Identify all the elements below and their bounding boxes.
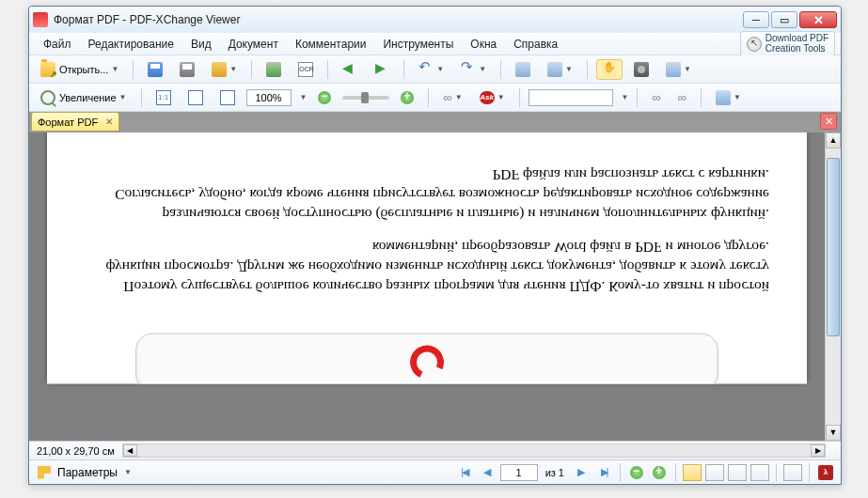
nav-forward-button[interactable] <box>369 59 395 80</box>
forward-icon <box>653 466 666 479</box>
export-icon <box>515 62 530 77</box>
zoom-label: Увеличение <box>59 92 117 103</box>
params-dropdown[interactable]: ▼ <box>124 468 132 476</box>
menu-view[interactable]: Вид <box>182 35 220 54</box>
scroll-up-button[interactable]: ▲ <box>826 132 841 148</box>
separator <box>519 88 520 107</box>
layout-facing-button[interactable] <box>728 464 747 481</box>
close-button[interactable]: ✕ <box>799 11 837 28</box>
nav-back-button[interactable] <box>337 59 363 80</box>
layout-continuous-button[interactable] <box>705 464 724 481</box>
scroll-track[interactable] <box>826 148 841 425</box>
link-icon: ∞ <box>443 90 451 104</box>
nav-forward-history-button[interactable] <box>650 463 669 482</box>
snapshot-tool-button[interactable] <box>628 59 655 80</box>
pdf-icon: λ <box>818 465 833 480</box>
redo-icon <box>461 62 476 77</box>
first-page-button[interactable] <box>455 463 474 482</box>
zoom-tool-button[interactable]: Увеличение ▼ <box>35 87 133 108</box>
rotate-view-button[interactable] <box>783 464 802 481</box>
magnifier-icon <box>40 90 55 105</box>
status-bar-size: 21,00 x 29,70 см ◀ ▶ <box>29 441 841 459</box>
pdf-page[interactable]: Поэтому существует большое количество ра… <box>47 132 807 384</box>
scroll-down-button[interactable]: ▼ <box>826 425 841 441</box>
select-icon <box>666 62 681 77</box>
scroll-right-button[interactable]: ▶ <box>811 444 825 457</box>
scan-button[interactable] <box>260 59 287 80</box>
highlight-button[interactable]: ▼ <box>710 87 747 108</box>
print-icon <box>180 62 195 77</box>
layout-facing-continuous-button[interactable] <box>750 464 769 481</box>
find-prev-button[interactable]: ∞ <box>646 87 666 108</box>
zoom-slider[interactable] <box>342 96 389 100</box>
undo-button[interactable]: ▼ <box>413 59 450 80</box>
bookmark-button[interactable] <box>35 463 54 482</box>
ocr-button[interactable]: OCR <box>292 59 319 80</box>
separator <box>500 60 501 79</box>
prev-page-button[interactable] <box>478 463 497 482</box>
window-title: Формат PDF - PDF-XChange Viewer <box>54 13 741 26</box>
next-page-button[interactable] <box>572 463 591 482</box>
save-button[interactable] <box>142 59 168 80</box>
dropdown-icon: ▼ <box>111 65 118 73</box>
layout-single-button[interactable] <box>683 464 702 481</box>
separator <box>251 60 252 79</box>
zoom-out-button[interactable] <box>312 87 337 108</box>
logo-box <box>135 334 718 384</box>
page-number-input[interactable] <box>500 464 538 481</box>
link-tool-button[interactable]: ∞▼ <box>437 87 467 108</box>
document-tab[interactable]: Формат PDF ✕ <box>31 112 119 131</box>
menu-document[interactable]: Документ <box>220 35 287 54</box>
find-next-button[interactable]: ∞ <box>672 87 692 108</box>
save-icon <box>148 62 163 77</box>
last-page-button[interactable] <box>594 463 613 482</box>
search-input[interactable] <box>529 89 613 106</box>
download-pdf-tools-button[interactable]: Download PDFCreation Tools <box>740 31 835 56</box>
menu-comments[interactable]: Комментарии <box>287 35 375 54</box>
actual-size-button[interactable]: 1:1 <box>150 87 177 108</box>
export-image-button[interactable]: ▼ <box>542 59 578 80</box>
vertical-scrollbar[interactable]: ▲ ▼ <box>825 132 841 441</box>
menu-help[interactable]: Справка <box>505 35 566 54</box>
ask-button[interactable]: Ask▼ <box>474 87 511 108</box>
scroll-left-button[interactable]: ◀ <box>123 444 137 457</box>
fit-width-button[interactable] <box>214 87 241 108</box>
search-dropdown[interactable]: ▼ <box>622 93 629 101</box>
params-label[interactable]: Параметры <box>57 466 118 479</box>
minimize-button[interactable]: ─ <box>743 11 769 28</box>
opera-logo-icon <box>405 340 449 383</box>
pdf-info-button[interactable]: λ <box>816 463 835 482</box>
print-button[interactable] <box>174 59 200 80</box>
app-icon <box>33 12 48 27</box>
open-button[interactable]: Открыть... ▼ <box>35 59 124 80</box>
zoom-dropdown[interactable]: ▼ <box>300 93 308 101</box>
email-button[interactable]: ▼ <box>206 59 243 80</box>
folder-open-icon <box>40 62 55 77</box>
separator <box>141 88 142 107</box>
camera-icon <box>634 62 649 77</box>
scroll-thumb[interactable] <box>827 158 840 336</box>
zoom-input[interactable] <box>246 89 292 106</box>
menu-edit[interactable]: Редактирование <box>80 35 182 54</box>
redo-button[interactable]: ▼ <box>455 59 492 80</box>
menu-tools[interactable]: Инструменты <box>374 35 462 54</box>
fit-page-button[interactable] <box>182 87 209 108</box>
nav-back-history-button[interactable] <box>627 463 646 482</box>
separator <box>675 463 676 482</box>
separator <box>776 463 777 482</box>
maximize-button[interactable]: ▭ <box>771 11 797 28</box>
arrow-left-icon <box>342 62 357 77</box>
select-tool-button[interactable]: ▼ <box>660 59 697 80</box>
export-button[interactable] <box>510 59 536 80</box>
hand-tool-button[interactable] <box>596 59 623 80</box>
horizontal-scrollbar[interactable]: ◀ ▶ <box>122 444 826 458</box>
close-all-tabs-button[interactable]: ✕ <box>820 113 837 130</box>
tab-close-icon[interactable]: ✕ <box>105 117 113 127</box>
separator <box>133 60 134 79</box>
tab-label: Формат PDF <box>38 117 98 128</box>
scan-icon <box>266 62 281 77</box>
menu-file[interactable]: Файл <box>35 35 80 54</box>
document-area: Поэтому существует большое количество ра… <box>29 132 841 441</box>
zoom-in-button[interactable] <box>395 87 419 108</box>
menu-windows[interactable]: Окна <box>462 35 505 54</box>
